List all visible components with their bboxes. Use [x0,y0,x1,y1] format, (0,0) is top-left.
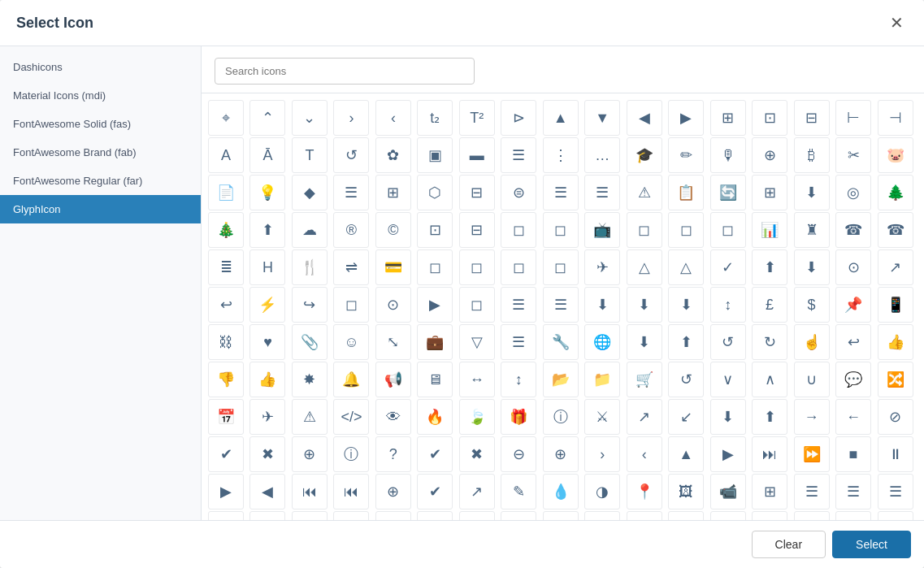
icon-cell[interactable]: ⤡ [375,324,411,360]
icon-cell[interactable]: 🔔 [333,362,369,397]
icon-cell[interactable]: 📁 [584,362,620,397]
icon-cell[interactable]: ⬇ [794,175,830,210]
icon-cell[interactable]: T² [459,100,495,136]
icon-cell[interactable]: ⊞ [752,474,787,509]
icon-cell[interactable]: ⊕ [752,137,787,173]
icon-cell[interactable]: ✔ [417,436,453,472]
icon-cell[interactable]: ⊠ [501,511,536,520]
icon-cell[interactable]: 📱 [878,287,913,323]
icon-cell[interactable]: 🎙 [710,137,746,173]
icon-cell[interactable]: ⌖ [208,100,244,136]
select-button[interactable]: Select [832,531,911,558]
icon-cell[interactable]: ◻ [835,511,871,520]
icon-cell[interactable]: 💡 [249,175,285,210]
icon-cell[interactable]: ? [375,436,411,472]
icon-cell[interactable]: ⓘ [543,399,579,435]
icon-cell[interactable]: T [292,511,328,520]
icon-cell[interactable]: ✖ [249,436,285,472]
icon-cell[interactable]: ■ [835,436,871,472]
clear-button[interactable]: Clear [752,531,826,558]
icon-cell[interactable]: t₂ [417,100,453,136]
icon-cell[interactable]: ☁ [292,212,328,248]
icon-cell[interactable]: ✂ [835,137,871,173]
icon-cell[interactable]: ⊜ [501,175,536,210]
icon-cell[interactable]: ⬆ [249,212,285,248]
icon-cell[interactable]: 💼 [417,324,453,360]
icon-cell[interactable]: 📄 [208,175,244,210]
icon-cell[interactable]: 📺 [584,212,620,248]
icon-cell[interactable]: › [333,100,369,136]
icon-cell[interactable]: ⬆ [668,324,704,360]
icon-cell[interactable]: ⛓ [208,324,244,360]
icon-cell[interactable]: 🎓 [627,137,662,173]
icon-cell[interactable]: 🔧 [543,324,579,360]
icon-cell[interactable]: ▣ [417,137,453,173]
sidebar-item-dashicons[interactable]: Dashicons [0,53,201,81]
icon-cell[interactable]: ‹ [627,436,662,472]
icon-cell[interactable]: ◻ [459,287,495,323]
icon-cell[interactable]: T [292,137,328,173]
icon-cell[interactable]: ✈ [249,399,285,435]
icon-cell[interactable]: ↕ [501,362,536,397]
icon-cell[interactable]: ◻ [878,511,913,520]
icon-cell[interactable]: △ [668,249,704,285]
icon-cell[interactable]: 📊 [752,212,787,248]
icon-cell[interactable]: 📍 [627,474,662,509]
icon-cell[interactable]: ◻ [627,212,662,248]
icon-cell[interactable]: ▲ [668,436,704,472]
icon-cell[interactable]: ◻ [501,249,536,285]
icon-cell[interactable]: 🖥 [417,362,453,397]
icon-cell[interactable]: ⊕ [543,436,579,472]
icon-cell[interactable]: 👍 [249,362,285,397]
icon-cell[interactable]: 👍 [878,324,913,360]
icon-cell[interactable]: ∪ [794,362,830,397]
icon-cell[interactable]: ☰ [501,287,536,323]
icon-cell[interactable]: → [794,399,830,435]
icon-cell[interactable]: ↗ [459,474,495,509]
icon-cell[interactable]: 🌲 [878,175,913,210]
icon-cell[interactable]: 📂 [543,362,579,397]
icon-cell[interactable]: ⬇ [794,249,830,285]
icon-cell[interactable]: ⏮ [292,474,328,509]
icon-cell[interactable]: ☰ [501,137,536,173]
icon-cell[interactable]: ↙ [668,399,704,435]
icon-cell[interactable]: 📎 [292,324,328,360]
icon-cell[interactable]: ▼ [584,100,620,136]
icon-cell[interactable]: ↩ [208,287,244,323]
icon-cell[interactable]: ☺ [333,324,369,360]
icon-cell[interactable]: ⊕ [375,474,411,509]
icon-cell[interactable]: 🐷 [878,137,913,173]
icon-cell[interactable]: ◀ [249,474,285,509]
icon-cell[interactable]: ⬇ [584,287,620,323]
icon-cell[interactable]: ⋮ [543,137,579,173]
icon-cell[interactable]: ☰ [794,474,830,509]
icon-cell[interactable]: ◻ [627,511,662,520]
icon-cell[interactable]: ☰ [835,474,871,509]
icon-cell[interactable]: ◻ [459,249,495,285]
icon-cell[interactable]: ✎ [501,474,536,509]
icon-cell[interactable]: ✔ [417,474,453,509]
icon-cell[interactable]: ☝ [794,324,830,360]
icon-cell[interactable]: 🔄 [710,175,746,210]
icon-cell[interactable]: ♜ [794,212,830,248]
sidebar-item-fab[interactable]: FontAwesome Brand (fab) [0,138,201,167]
icon-cell[interactable]: ☎ [878,212,913,248]
icon-cell[interactable]: ▶ [710,436,746,472]
icon-cell[interactable]: ✓ [710,249,746,285]
icon-cell[interactable]: ↗ [878,249,913,285]
icon-cell[interactable]: ☎ [835,212,871,248]
icon-cell[interactable]: T [375,511,411,520]
icon-cell[interactable]: ↺ [710,324,746,360]
icon-cell[interactable]: ↪ [292,287,328,323]
icon-cell[interactable]: H [249,249,285,285]
icon-cell[interactable]: 🔥 [417,399,453,435]
icon-cell[interactable]: ⬇ [668,287,704,323]
icon-cell[interactable]: Ā [249,137,285,173]
icon-cell[interactable]: ₿ [794,137,830,173]
icon-cell[interactable]: ♥ [249,324,285,360]
icon-cell[interactable]: ⬆ [752,399,787,435]
icon-cell[interactable]: ⊖ [501,436,536,472]
icon-cell[interactable]: 💧 [543,474,579,509]
icon-cell[interactable]: △ [627,249,662,285]
sidebar-item-mdi[interactable]: Material Icons (mdi) [0,81,201,110]
